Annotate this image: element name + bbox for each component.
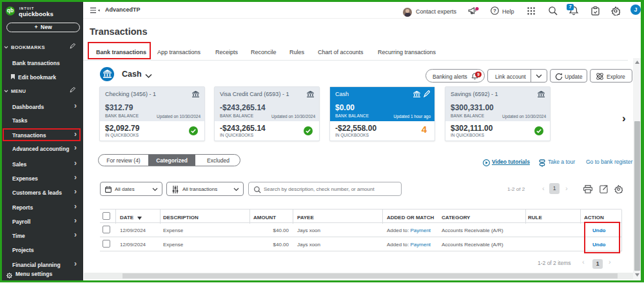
svg-text:?: ? xyxy=(493,8,496,14)
